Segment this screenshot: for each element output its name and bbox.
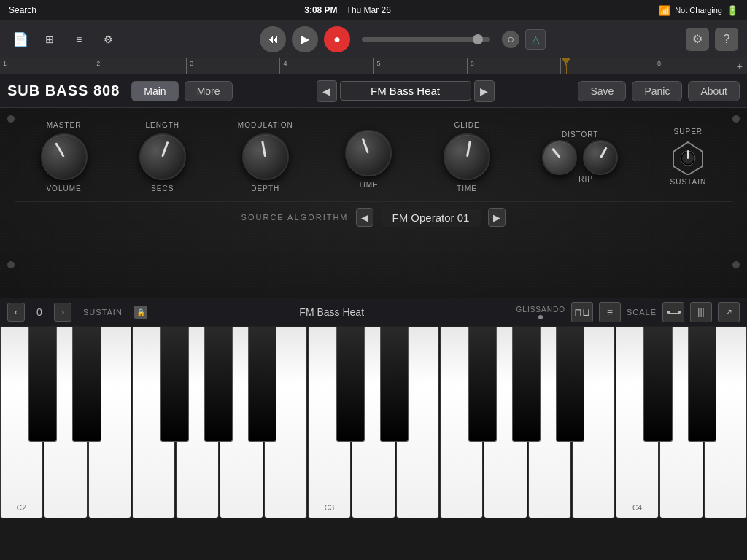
super-shape	[670, 139, 706, 175]
layout-icon[interactable]: ⊞	[38, 28, 61, 51]
black-key[interactable]	[160, 327, 189, 442]
distort-group: DISTORT RIP	[542, 131, 618, 183]
black-key[interactable]	[72, 327, 101, 442]
transport-thumb[interactable]	[473, 34, 483, 44]
master-volume-knob[interactable]	[41, 133, 88, 180]
list-icon[interactable]: ≡	[67, 28, 90, 51]
preset-next-button[interactable]: ▶	[474, 80, 495, 102]
wifi-icon: 📶	[659, 5, 670, 16]
status-left: Search	[9, 5, 36, 15]
panic-button[interactable]: Panic	[632, 81, 682, 101]
glide-time-indicator	[466, 141, 471, 157]
preset-nav: ◀ FM Bass Heat ▶	[239, 80, 573, 102]
master-label-top: MASTER	[47, 121, 82, 129]
glide-label-top: GLIDE	[454, 121, 480, 129]
eq-icon-button[interactable]: ≡	[599, 302, 621, 322]
length-secs-group: LENGTH SECS	[139, 121, 186, 192]
mod-time-knob[interactable]	[345, 130, 392, 176]
distort-knob2[interactable]	[583, 140, 618, 175]
record-button[interactable]: ●	[324, 26, 350, 52]
glissando-label: GLISSANDO	[516, 306, 565, 314]
keys-icon-button[interactable]: |||	[690, 302, 712, 322]
distort-knobs	[542, 140, 618, 175]
info-icon[interactable]: ?	[715, 28, 738, 51]
distort-labels: RIP	[567, 175, 593, 183]
ruler-mark-1: 1	[3, 58, 7, 69]
piano-controls: ‹ 0 › SUSTAIN 🔒 FM Bass Heat GLISSANDO ⊓…	[0, 298, 747, 327]
corner-dot-tl	[7, 115, 15, 122]
mixer-icon[interactable]: ⚙	[96, 28, 120, 51]
black-key[interactable]	[336, 327, 365, 442]
glissando-group: GLISSANDO	[516, 306, 565, 319]
new-file-icon[interactable]: 📄	[9, 28, 32, 51]
preset-prev-button[interactable]: ◀	[317, 80, 337, 102]
mod-time-indicator	[362, 137, 369, 153]
scale-label: SCALE	[627, 308, 657, 316]
algo-row: SOURCE ALGORITHM ◀ FM Operator 01 ▶	[15, 201, 732, 227]
ruler-add-button[interactable]: +	[737, 61, 743, 72]
tab-more[interactable]: More	[185, 81, 233, 101]
timeline-ruler: 1 2 3 4 5 6 7 8 +	[0, 58, 747, 74]
playhead[interactable]	[562, 58, 570, 74]
octave-next-button[interactable]: ›	[54, 303, 71, 322]
octave-display: 0	[31, 306, 48, 318]
status-date: Thu Mar 26	[347, 5, 391, 15]
rewind-button[interactable]: ⏮	[260, 26, 286, 52]
save-button[interactable]: Save	[578, 81, 626, 101]
mod-depth-knob[interactable]	[242, 133, 289, 180]
diagonal-icon-button[interactable]: ↗	[718, 302, 740, 322]
split-icon-button[interactable]: ⊓⊔	[571, 302, 593, 322]
metronome-icon[interactable]: ○	[502, 31, 519, 48]
distort-knob1[interactable]	[542, 140, 577, 175]
distort-rip-label	[567, 175, 573, 183]
sync-icon[interactable]: △	[525, 29, 546, 50]
black-key[interactable]	[688, 327, 716, 442]
about-button[interactable]: About	[688, 81, 740, 101]
black-key[interactable]	[512, 327, 541, 442]
synth-panel: MASTER VOLUME LENGTH SECS MODULATION DEP…	[0, 108, 747, 298]
mod-time-label-bottom: TIME	[358, 181, 379, 189]
white-keys-row: C2C3C4	[0, 327, 747, 518]
sustain-piano-label: SUSTAIN	[77, 308, 128, 316]
play-button[interactable]: ▶	[292, 26, 318, 52]
tab-main[interactable]: Main	[131, 81, 178, 101]
preset-name-display: FM Bass Heat	[340, 81, 471, 101]
battery-icon: 🔋	[727, 5, 738, 16]
black-key[interactable]	[204, 327, 233, 442]
ruler-mark-6: 6	[471, 58, 474, 69]
octave-prev-button[interactable]: ‹	[7, 303, 25, 322]
mod-time-group: TIME	[345, 125, 392, 189]
black-key[interactable]	[643, 327, 672, 442]
black-key[interactable]	[28, 327, 57, 442]
corner-dot-br	[732, 261, 740, 268]
ruler-mark-5: 5	[377, 58, 381, 69]
search-label[interactable]: Search	[9, 5, 36, 15]
algo-label: SOURCE ALGORITHM	[241, 213, 349, 222]
black-key[interactable]	[380, 327, 409, 442]
mod-label-top: MODULATION	[238, 121, 293, 129]
scale-icon-button[interactable]: •—•	[662, 302, 684, 322]
instrument-header: SUB BASS 808 Main More ◀ FM Bass Heat ▶ …	[0, 74, 747, 108]
key-octave-label: C2	[17, 504, 27, 512]
status-right: 📶 Not Charging 🔋	[659, 5, 738, 16]
settings-icon[interactable]: ⚙	[686, 28, 709, 51]
algo-next-button[interactable]: ▶	[488, 208, 506, 227]
knobs-row: MASTER VOLUME LENGTH SECS MODULATION DEP…	[15, 115, 732, 192]
black-key[interactable]	[468, 327, 497, 442]
black-key[interactable]	[556, 327, 584, 442]
playhead-line	[566, 64, 567, 74]
black-key[interactable]	[248, 327, 276, 442]
ruler-mark-3: 3	[190, 58, 193, 69]
super-group: SUPER SUSTAIN	[670, 128, 706, 186]
playhead-triangle	[562, 58, 570, 64]
master-volume-group: MASTER VOLUME	[41, 121, 88, 192]
length-secs-knob[interactable]	[139, 133, 186, 180]
algo-prev-button[interactable]: ◀	[356, 208, 374, 227]
distort-label2: RIP	[578, 175, 593, 183]
distort-label-top: DISTORT	[562, 131, 599, 139]
key-octave-label: C3	[325, 504, 335, 512]
glide-time-knob[interactable]	[444, 133, 490, 180]
piano-keyboard: C2C3C4	[0, 327, 747, 518]
sustain-lock-icon[interactable]: 🔒	[134, 306, 147, 319]
transport-progress[interactable]	[362, 37, 490, 42]
